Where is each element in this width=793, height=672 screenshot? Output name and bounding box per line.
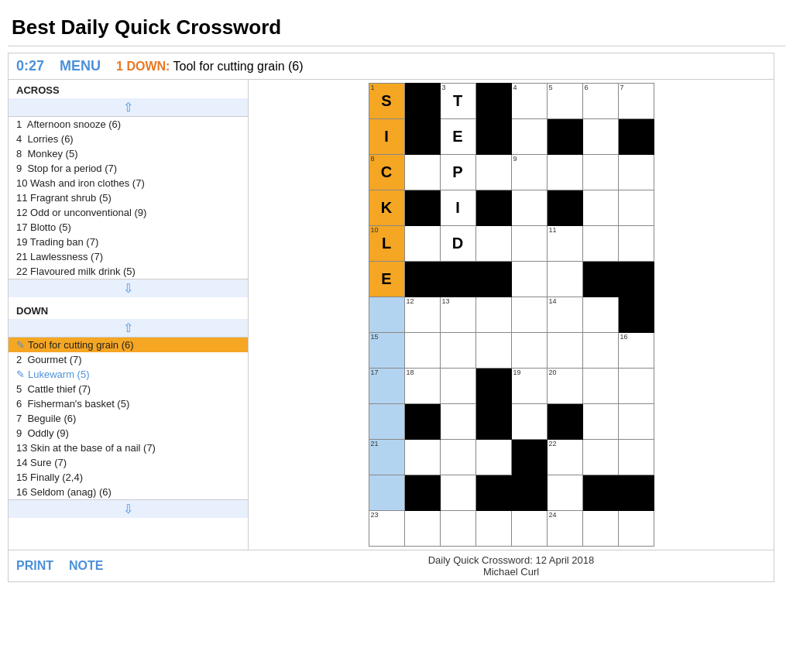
grid-cell[interactable] (618, 511, 654, 547)
menu-button[interactable]: MENU (60, 58, 101, 74)
list-item[interactable]: 22 Flavoured milk drink (5) (9, 264, 248, 279)
grid-cell[interactable]: 4 (511, 84, 547, 119)
grid-cell[interactable] (618, 404, 654, 440)
list-item[interactable]: 13 Skin at the base of a nail (7) (9, 441, 248, 455)
list-item[interactable]: 9 Oddly (9) (9, 426, 248, 441)
list-item[interactable]: 11 Fragrant shrub (5) (9, 190, 248, 205)
grid-cell[interactable]: 10 L (369, 226, 404, 262)
grid-cell[interactable]: 3 T (440, 84, 475, 119)
grid-cell[interactable] (618, 226, 654, 262)
print-button[interactable]: PRINT (16, 559, 53, 573)
grid-cell[interactable] (511, 404, 547, 440)
grid-cell[interactable]: E (440, 119, 475, 155)
grid-cell[interactable] (547, 262, 582, 297)
scroll-arrow-down-top[interactable]: ⇧ (9, 319, 248, 338)
grid-cell[interactable]: 13 (440, 297, 475, 333)
list-item[interactable]: 8 Monkey (5) (9, 146, 248, 161)
grid-cell[interactable] (582, 333, 618, 369)
grid-cell[interactable] (582, 404, 618, 440)
grid-cell[interactable] (618, 440, 654, 475)
grid-cell[interactable] (582, 155, 618, 190)
grid-cell[interactable] (511, 511, 547, 547)
list-item[interactable]: 4 Lorries (6) (9, 132, 248, 146)
list-item[interactable]: 16 Seldom (anag) (6) (9, 485, 248, 499)
grid-cell[interactable] (440, 475, 475, 511)
list-item[interactable]: ✎Lukewarm (5) (9, 367, 248, 382)
grid-cell[interactable]: 15 (369, 333, 404, 369)
grid-cell[interactable] (511, 333, 547, 369)
grid-cell[interactable]: E (369, 262, 404, 297)
grid-cell[interactable] (582, 119, 618, 155)
grid-cell[interactable]: 1 S (369, 84, 404, 119)
list-item[interactable]: 14 Sure (7) (9, 455, 248, 470)
list-item[interactable]: 17 Blotto (5) (9, 220, 248, 235)
grid-cell[interactable]: I (440, 190, 475, 226)
grid-cell[interactable] (547, 475, 582, 511)
grid-cell[interactable]: 11 (547, 226, 582, 262)
grid-cell[interactable] (475, 297, 511, 333)
grid-cell[interactable]: 21 (369, 440, 404, 475)
list-item[interactable]: 5 Cattle thief (7) (9, 382, 248, 396)
grid-cell[interactable] (582, 511, 618, 547)
scroll-arrow-across-top[interactable]: ⇧ (9, 98, 248, 117)
grid-cell[interactable] (511, 226, 547, 262)
grid-cell[interactable] (404, 226, 440, 262)
grid-cell[interactable] (511, 119, 547, 155)
grid-cell[interactable] (475, 333, 511, 369)
grid-cell[interactable] (404, 333, 440, 369)
list-item[interactable]: 2 Gourmet (7) (9, 352, 248, 367)
grid-cell[interactable]: I (369, 119, 404, 155)
list-item[interactable]: 10 Wash and iron clothes (7) (9, 176, 248, 190)
list-item[interactable]: 9 Stop for a period (7) (9, 161, 248, 176)
grid-cell[interactable]: 5 (547, 84, 582, 119)
grid-cell[interactable] (618, 190, 654, 226)
grid-cell[interactable] (582, 369, 618, 404)
grid-cell[interactable]: 6 (582, 84, 618, 119)
grid-cell[interactable] (404, 511, 440, 547)
list-item[interactable]: 6 Fisherman's basket (5) (9, 396, 248, 411)
grid-cell[interactable]: 14 (547, 297, 582, 333)
grid-cell[interactable] (618, 155, 654, 190)
grid-cell[interactable] (618, 369, 654, 404)
grid-cell[interactable]: 9 (511, 155, 547, 190)
scroll-arrow-across-bottom[interactable]: ⇩ (9, 279, 248, 297)
grid-cell[interactable] (511, 190, 547, 226)
grid-cell[interactable] (582, 440, 618, 475)
grid-cell[interactable] (547, 155, 582, 190)
grid-cell[interactable] (404, 440, 440, 475)
grid-cell[interactable]: 7 (618, 84, 654, 119)
grid-cell[interactable]: 18 (404, 369, 440, 404)
grid-cell[interactable] (511, 262, 547, 297)
grid-cell[interactable]: P (440, 155, 475, 190)
grid-cell[interactable]: 24 (547, 511, 582, 547)
list-item[interactable]: 19 Trading ban (7) (9, 235, 248, 249)
grid-cell[interactable] (440, 440, 475, 475)
list-item[interactable]: 7 Beguile (6) (9, 411, 248, 426)
list-item[interactable]: 1 Afternoon snooze (6) (9, 117, 248, 132)
grid-cell[interactable]: 20 (547, 369, 582, 404)
grid-cell[interactable] (582, 226, 618, 262)
list-item[interactable]: 12 Odd or unconventional (9) (9, 205, 248, 220)
grid-cell[interactable] (404, 155, 440, 190)
grid-cell[interactable]: 12 (404, 297, 440, 333)
grid-cell[interactable] (440, 511, 475, 547)
grid-cell[interactable] (582, 297, 618, 333)
grid-cell[interactable]: 23 (369, 511, 404, 547)
grid-cell[interactable]: D (440, 226, 475, 262)
grid-cell[interactable]: 19 (511, 369, 547, 404)
grid-cell[interactable] (582, 190, 618, 226)
note-button[interactable]: NOTE (69, 559, 103, 573)
grid-cell[interactable] (440, 333, 475, 369)
grid-cell[interactable] (440, 369, 475, 404)
grid-cell[interactable] (475, 511, 511, 547)
list-item[interactable]: 15 Finally (2,4) (9, 470, 248, 485)
grid-cell[interactable] (547, 333, 582, 369)
scroll-arrow-down-bottom[interactable]: ⇩ (9, 499, 248, 518)
grid-cell[interactable]: K (369, 190, 404, 226)
list-item[interactable]: 21 Lawlessness (7) (9, 249, 248, 264)
grid-cell[interactable] (475, 155, 511, 190)
grid-cell[interactable] (369, 297, 404, 333)
grid-cell[interactable] (511, 297, 547, 333)
grid-cell[interactable] (475, 440, 511, 475)
grid-cell[interactable]: 22 (547, 440, 582, 475)
